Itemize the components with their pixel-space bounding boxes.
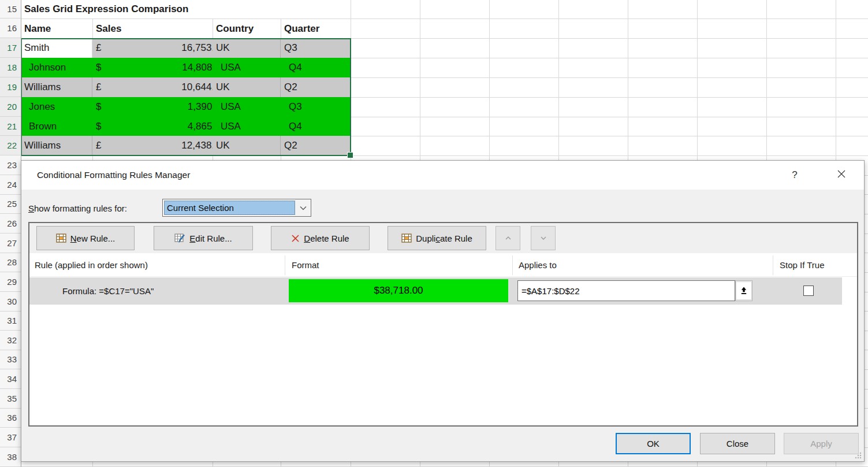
button-label: Delete Rule bbox=[304, 233, 349, 243]
close-dialog-button[interactable]: Close bbox=[700, 433, 775, 454]
row-header-30[interactable]: 30 bbox=[0, 292, 21, 312]
row-header-column[interactable]: 1516171819202122232425262728293031323334… bbox=[0, 0, 21, 467]
table-grid-icon bbox=[56, 233, 66, 243]
cell-a21[interactable]: Brown bbox=[21, 117, 92, 136]
row-header-22[interactable]: 22 bbox=[0, 136, 21, 155]
row-header-27[interactable]: 27 bbox=[0, 233, 21, 253]
row-header-18[interactable]: 18 bbox=[0, 58, 21, 77]
cell-c20[interactable]: USA bbox=[213, 97, 281, 117]
gridline bbox=[0, 155, 868, 156]
row-header-23[interactable]: 23 bbox=[0, 155, 21, 175]
dialog-titlebar[interactable]: Conditional Formatting Rules Manager ? bbox=[21, 161, 864, 190]
help-button[interactable]: ? bbox=[786, 167, 803, 183]
cell-d18[interactable]: Q4 bbox=[281, 58, 351, 77]
cell-d19[interactable]: Q2 bbox=[281, 77, 351, 97]
cell-a19[interactable]: Williams bbox=[21, 77, 92, 97]
row-header-20[interactable]: 20 bbox=[0, 97, 21, 117]
sheet-title-cell[interactable]: Sales Grid Expression Comparison bbox=[21, 0, 284, 18]
cell-b19-currency[interactable]: £ bbox=[92, 77, 113, 97]
row-header-16[interactable]: 16 bbox=[0, 18, 21, 38]
column-separator bbox=[512, 255, 513, 275]
row-header-21[interactable]: 21 bbox=[0, 117, 21, 136]
list-header-applies-to: Applies to bbox=[519, 254, 557, 276]
table-row: Williams £ 12,438.00 UK Q2 bbox=[21, 136, 351, 155]
row-header-29[interactable]: 29 bbox=[0, 272, 21, 292]
list-header-stop-if-true: Stop If True bbox=[780, 254, 825, 276]
cell-c17[interactable]: UK bbox=[213, 38, 281, 58]
row-header-15[interactable]: 15 bbox=[0, 0, 21, 18]
row-header-26[interactable]: 26 bbox=[0, 214, 21, 233]
show-rules-label: Show formatting rules for: bbox=[28, 199, 127, 217]
cell-c22[interactable]: UK bbox=[213, 136, 281, 155]
cell-b21-currency[interactable]: $ bbox=[92, 117, 113, 136]
cell-a22[interactable]: Williams bbox=[21, 136, 92, 155]
edit-pencil-icon bbox=[174, 233, 185, 243]
chevron-down-icon[interactable] bbox=[295, 199, 311, 216]
cell-c19[interactable]: UK bbox=[213, 77, 281, 97]
table-row: Smith £ 16,753.00 UK Q3 bbox=[21, 38, 351, 58]
duplicate-rule-button[interactable]: Duplicate Rule bbox=[388, 226, 486, 250]
cell-c21[interactable]: USA bbox=[213, 117, 281, 136]
table-row: Brown $ 4,865.00 USA Q4 bbox=[21, 117, 351, 136]
row-header-32[interactable]: 32 bbox=[0, 331, 21, 350]
edit-rule-button[interactable]: Edit Rule... bbox=[154, 226, 253, 250]
row-header-24[interactable]: 24 bbox=[0, 175, 21, 195]
conditional-formatting-rules-manager-dialog: Conditional Formatting Rules Manager ? S… bbox=[21, 160, 865, 462]
row-header-36[interactable]: 36 bbox=[0, 408, 21, 428]
cell-d17[interactable]: Q3 bbox=[281, 38, 351, 58]
column-header-country[interactable]: Country bbox=[213, 19, 281, 38]
row-header-19[interactable]: 19 bbox=[0, 77, 21, 97]
table-row: Williams £ 10,644.00 UK Q2 bbox=[21, 77, 351, 97]
row-header-34[interactable]: 34 bbox=[0, 369, 21, 389]
column-separator bbox=[773, 255, 773, 275]
row-header-17[interactable]: 17 bbox=[0, 38, 21, 58]
cell-c18[interactable]: USA bbox=[213, 58, 281, 77]
applies-to-input[interactable] bbox=[517, 280, 735, 301]
cell-d21[interactable]: Q4 bbox=[281, 117, 351, 136]
cell-a20[interactable]: Jones bbox=[21, 97, 92, 117]
cell-d22[interactable]: Q2 bbox=[281, 136, 351, 155]
new-rule-button[interactable]: New Rule... bbox=[36, 226, 135, 250]
help-icon: ? bbox=[792, 169, 797, 181]
column-header-quarter[interactable]: Quarter bbox=[281, 19, 351, 38]
close-icon bbox=[837, 169, 846, 181]
row-header-33[interactable]: 33 bbox=[0, 350, 21, 369]
resize-grip-icon[interactable] bbox=[854, 451, 862, 459]
column-header-name[interactable]: Name bbox=[21, 19, 92, 38]
row-header-31[interactable]: 31 bbox=[0, 311, 21, 331]
close-button[interactable] bbox=[833, 167, 850, 183]
cell-d20[interactable]: Q3 bbox=[281, 97, 351, 117]
cell-a17[interactable]: Smith bbox=[21, 38, 92, 58]
header-divider bbox=[29, 276, 857, 277]
stop-if-true-checkbox[interactable] bbox=[803, 286, 814, 296]
button-label: Duplicate Rule bbox=[416, 233, 472, 243]
red-x-icon bbox=[291, 234, 300, 243]
row-header-38[interactable]: 38 bbox=[0, 447, 21, 467]
cell-b18-currency[interactable]: $ bbox=[92, 58, 113, 77]
rules-toolbar: New Rule... Edit Rule... Delete Rule bbox=[29, 223, 857, 253]
fill-handle[interactable] bbox=[347, 152, 353, 158]
delete-rule-button[interactable]: Delete Rule bbox=[271, 226, 370, 250]
column-separator bbox=[285, 255, 285, 275]
column-header-sales[interactable]: Sales bbox=[92, 19, 213, 38]
rule-list-item[interactable]: Formula: =$C17="USA" $38,718.00 bbox=[29, 277, 842, 305]
cell-b22-currency[interactable]: £ bbox=[92, 136, 113, 155]
scope-dropdown[interactable]: Current Selection bbox=[162, 199, 311, 217]
cell-b20-currency[interactable]: $ bbox=[92, 97, 113, 117]
move-rule-up-button[interactable] bbox=[496, 226, 520, 250]
dialog-title: Conditional Formatting Rules Manager bbox=[37, 161, 190, 190]
collapse-dialog-button[interactable] bbox=[735, 280, 752, 301]
move-rule-down-button[interactable] bbox=[531, 226, 556, 250]
rule-format-preview: $38,718.00 bbox=[289, 279, 508, 302]
chevron-up-icon bbox=[504, 234, 513, 242]
row-header-25[interactable]: 25 bbox=[0, 194, 21, 214]
cell-a18[interactable]: Johnson bbox=[21, 58, 92, 77]
ok-button[interactable]: OK bbox=[616, 433, 691, 454]
row-header-37[interactable]: 37 bbox=[0, 428, 21, 447]
apply-button[interactable]: Apply bbox=[784, 433, 859, 454]
row-header-35[interactable]: 35 bbox=[0, 389, 21, 409]
chevron-down-icon bbox=[539, 234, 548, 242]
row-header-28[interactable]: 28 bbox=[0, 253, 21, 272]
cell-b17-currency[interactable]: £ bbox=[92, 38, 113, 58]
list-header-rule: Rule (applied in order shown) bbox=[35, 254, 148, 276]
